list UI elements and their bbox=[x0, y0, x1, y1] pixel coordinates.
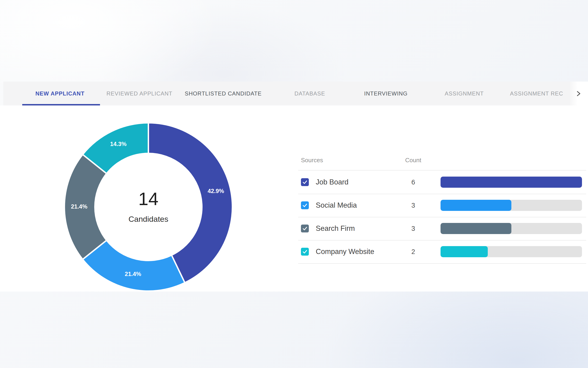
count-bar-track bbox=[440, 177, 582, 188]
column-header-count: Count bbox=[399, 157, 427, 164]
chevron-right-icon bbox=[575, 90, 582, 97]
donut-percent-label: 21.4% bbox=[125, 271, 141, 277]
donut-center: 14 Candidates bbox=[102, 190, 195, 223]
source-row-social-media: Social Media3 bbox=[298, 194, 586, 217]
donut-percent-label: 21.4% bbox=[71, 203, 88, 210]
donut-center-value: 14 bbox=[102, 190, 195, 208]
tab-new-applicant[interactable]: NEW APPLICANT bbox=[35, 82, 85, 105]
source-label: Job Board bbox=[316, 178, 348, 186]
tab-database[interactable]: DATABASE bbox=[294, 82, 325, 105]
source-checkbox-social-media[interactable] bbox=[301, 201, 309, 209]
source-row-search-firm: Search Firm3 bbox=[298, 217, 586, 240]
source-label: Company Website bbox=[316, 248, 374, 256]
check-icon bbox=[302, 225, 308, 231]
source-count: 3 bbox=[399, 202, 427, 209]
count-bar-fill bbox=[440, 200, 511, 211]
tab-assignment-rec[interactable]: ASSIGNMENT REC bbox=[510, 82, 563, 105]
source-row-job-board: Job Board6 bbox=[298, 171, 586, 194]
source-label: Search Firm bbox=[316, 224, 355, 233]
source-checkbox-company-website[interactable] bbox=[301, 248, 309, 256]
check-icon bbox=[302, 179, 308, 185]
source-count: 3 bbox=[399, 225, 427, 232]
count-bar-track bbox=[440, 246, 582, 257]
tabs-overflow-button[interactable] bbox=[569, 82, 588, 105]
count-bar-track bbox=[440, 200, 582, 211]
count-bar-fill bbox=[440, 177, 582, 188]
donut-percent-label: 14.3% bbox=[110, 141, 127, 147]
check-icon bbox=[302, 202, 308, 208]
source-label: Social Media bbox=[316, 201, 357, 210]
source-count: 6 bbox=[399, 178, 427, 186]
donut-segment-social-media[interactable] bbox=[83, 241, 185, 290]
tab-interviewing[interactable]: INTERVIEWING bbox=[364, 82, 408, 105]
tab-assignment[interactable]: ASSIGNMENT bbox=[445, 82, 484, 105]
tab-bar: NEW APPLICANTREVIEWED APPLICANTSHORTLIST… bbox=[3, 82, 588, 105]
count-bar-fill bbox=[440, 223, 511, 234]
count-bar-track bbox=[440, 223, 582, 234]
page: NEW APPLICANTREVIEWED APPLICANTSHORTLIST… bbox=[0, 0, 588, 368]
source-checkbox-job-board[interactable] bbox=[301, 178, 309, 186]
check-icon bbox=[302, 249, 308, 255]
count-bar-fill bbox=[440, 246, 488, 257]
source-count: 2 bbox=[399, 248, 427, 256]
tab-shortlisted-candidate[interactable]: SHORTLISTED CANDIDATE bbox=[185, 82, 262, 105]
tab-reviewed-applicant[interactable]: REVIEWED APPLICANT bbox=[106, 82, 173, 105]
source-checkbox-search-firm[interactable] bbox=[301, 225, 309, 232]
donut-center-label: Candidates bbox=[102, 215, 195, 223]
column-header-sources: Sources bbox=[301, 157, 323, 164]
donut-percent-label: 42.9% bbox=[208, 188, 224, 194]
source-row-company-website: Company Website2 bbox=[298, 240, 586, 264]
